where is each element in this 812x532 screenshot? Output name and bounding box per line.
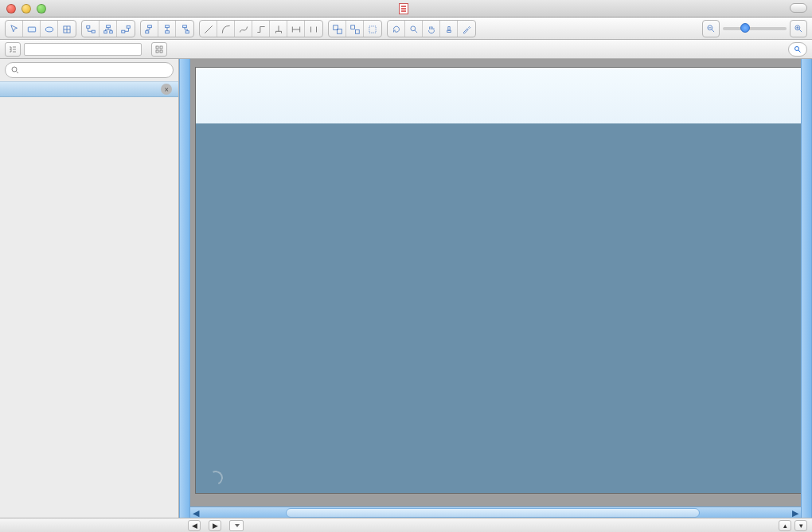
zoom-window-button[interactable] xyxy=(37,4,46,14)
svg-rect-8 xyxy=(127,25,130,28)
chart-page[interactable] xyxy=(195,67,808,494)
svg-rect-15 xyxy=(185,30,189,33)
connector-step-tool[interactable] xyxy=(287,21,305,37)
curve-tool[interactable] xyxy=(235,21,252,37)
canvas-scroll[interactable]: ◀ ▶ xyxy=(190,59,812,518)
stamp-tool[interactable] xyxy=(440,21,458,37)
svg-rect-9 xyxy=(122,30,125,33)
tree-right-tool[interactable] xyxy=(117,21,135,37)
svg-rect-7 xyxy=(109,30,112,33)
svg-rect-5 xyxy=(106,25,110,27)
group-tool[interactable] xyxy=(329,21,346,37)
window-controls xyxy=(6,4,46,14)
arc-tool[interactable] xyxy=(217,21,235,37)
align-center-tool[interactable] xyxy=(158,21,176,37)
horizontal-scrollbar[interactable]: ◀ ▶ xyxy=(190,507,801,518)
connector-elbow-tool[interactable] xyxy=(252,21,270,37)
vertical-scrollbar[interactable] xyxy=(801,59,812,518)
canvas-area: ◀ ▶ xyxy=(179,59,812,518)
document-icon xyxy=(399,3,408,14)
line-tool[interactable] xyxy=(200,21,217,37)
connector-split-tool[interactable] xyxy=(270,21,287,37)
svg-rect-11 xyxy=(145,30,148,33)
page-nav-a[interactable]: ▴ xyxy=(779,520,791,531)
connector-straight-tool[interactable] xyxy=(305,21,322,37)
search-toggle[interactable] xyxy=(788,42,807,57)
grid-view-button[interactable] xyxy=(151,42,167,57)
sidebar-search-input[interactable] xyxy=(5,62,174,78)
ungroup-tool[interactable] xyxy=(346,21,364,37)
svg-rect-24 xyxy=(156,46,158,49)
svg-rect-27 xyxy=(160,50,162,53)
page-nav-b[interactable]: ▾ xyxy=(794,520,807,531)
hand-tool[interactable] xyxy=(423,21,440,37)
zoom-field[interactable] xyxy=(229,520,244,531)
scroll-left-button[interactable]: ◀ xyxy=(190,507,201,518)
svg-point-1 xyxy=(45,27,53,32)
pointer-tool[interactable] xyxy=(6,21,23,37)
close-icon[interactable]: × xyxy=(161,84,172,95)
grid-tool[interactable] xyxy=(58,21,76,37)
statusbar: ◀ ▶ ▴ ▾ xyxy=(0,518,812,532)
next-page-button[interactable]: ▶ xyxy=(209,520,221,531)
align-right-tool[interactable] xyxy=(176,21,193,37)
zoom-slider-track[interactable] xyxy=(723,27,787,30)
lock-tool[interactable] xyxy=(364,21,381,37)
scroll-right-button[interactable]: ▶ xyxy=(790,507,801,518)
tree-left-tool[interactable] xyxy=(82,21,100,37)
sidebar-group-header[interactable]: × xyxy=(0,81,178,97)
svg-rect-14 xyxy=(183,25,187,27)
svg-point-28 xyxy=(795,46,799,50)
svg-rect-18 xyxy=(350,25,354,29)
svg-rect-10 xyxy=(147,25,151,27)
minimize-window-button[interactable] xyxy=(21,4,31,14)
svg-rect-19 xyxy=(355,29,359,33)
ellipse-tool[interactable] xyxy=(41,21,58,37)
prev-page-button[interactable]: ◀ xyxy=(188,520,201,531)
svg-rect-20 xyxy=(369,25,376,32)
svg-rect-3 xyxy=(86,25,89,28)
watermark xyxy=(209,471,228,485)
path-field[interactable] xyxy=(24,43,142,56)
eyedropper-tool[interactable] xyxy=(458,21,475,37)
align-left-tool[interactable] xyxy=(141,21,158,37)
tree-down-tool[interactable] xyxy=(100,21,117,37)
svg-rect-25 xyxy=(160,46,162,49)
main-toolbar xyxy=(0,18,812,40)
org-connectors xyxy=(196,123,807,493)
shape-list xyxy=(0,97,178,518)
titlebar xyxy=(0,0,812,18)
sidebar-search xyxy=(0,59,178,81)
svg-rect-13 xyxy=(165,30,169,33)
close-window-button[interactable] xyxy=(6,4,16,14)
zoom-slider[interactable] xyxy=(702,20,807,37)
horizontal-scroll-thumb[interactable] xyxy=(286,508,700,518)
chevron-down-icon xyxy=(235,524,240,527)
zoom-in-button[interactable] xyxy=(790,20,807,37)
refresh-tool[interactable] xyxy=(388,21,405,37)
ruler-left xyxy=(179,59,190,518)
org-chart xyxy=(196,123,807,493)
svg-rect-0 xyxy=(28,27,35,32)
svg-rect-6 xyxy=(103,30,107,33)
svg-rect-12 xyxy=(165,25,169,27)
tree-view-toggle[interactable] xyxy=(5,42,21,57)
zoom-slider-thumb[interactable] xyxy=(740,23,750,33)
svg-point-21 xyxy=(410,25,415,30)
toolbar-toggle-button[interactable] xyxy=(790,3,807,13)
zoom-out-button[interactable] xyxy=(702,20,720,37)
svg-rect-4 xyxy=(92,30,95,33)
secondary-toolbar xyxy=(0,40,812,59)
rectangle-tool[interactable] xyxy=(23,21,41,37)
zoom-tool[interactable] xyxy=(405,21,423,37)
svg-rect-26 xyxy=(156,50,158,53)
watermark-icon xyxy=(206,468,224,487)
sidebar: × xyxy=(0,59,179,518)
